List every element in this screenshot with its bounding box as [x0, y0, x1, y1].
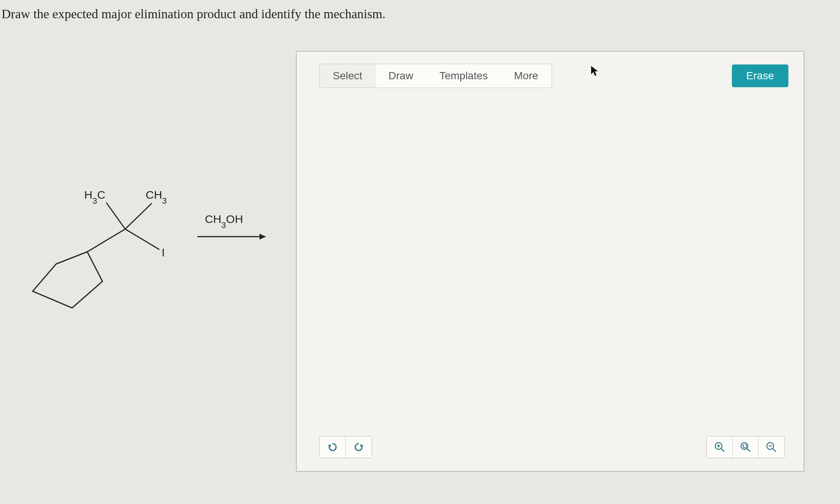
svg-line-1: [87, 229, 125, 252]
redo-button[interactable]: [346, 436, 371, 458]
history-controls: [319, 436, 372, 458]
reactant-structure: H3C CH3 I CH3OH: [0, 51, 288, 472]
editor-toolbar: Select Draw Templates More Erase: [297, 52, 804, 88]
bottom-controls: [319, 436, 785, 458]
svg-line-3: [125, 203, 152, 229]
tab-draw[interactable]: Draw: [376, 64, 426, 88]
tab-more[interactable]: More: [501, 64, 552, 88]
svg-line-14: [721, 449, 724, 452]
svg-text:CH3: CH3: [146, 188, 167, 206]
erase-button[interactable]: Erase: [732, 64, 788, 87]
svg-text:H3C: H3C: [84, 188, 105, 206]
tab-templates[interactable]: Templates: [426, 64, 501, 88]
content-area: H3C CH3 I CH3OH Select Draw Templates Mo…: [0, 28, 840, 472]
zoom-out-icon: [765, 441, 777, 453]
svg-marker-10: [260, 234, 266, 240]
redo-icon: [353, 441, 364, 453]
tab-select[interactable]: Select: [320, 64, 376, 88]
tool-tabs: Select Draw Templates More: [319, 64, 552, 88]
svg-text:I: I: [162, 246, 165, 259]
cursor-icon: [590, 65, 599, 80]
svg-line-18: [747, 449, 750, 452]
svg-marker-0: [33, 252, 102, 308]
question-prompt: Draw the expected major elimination prod…: [0, 0, 840, 28]
svg-text:CH3OH: CH3OH: [205, 213, 243, 230]
svg-line-2: [106, 203, 125, 229]
zoom-controls: [706, 436, 785, 458]
svg-line-4: [125, 229, 159, 250]
zoom-out-button[interactable]: [758, 436, 784, 458]
zoom-reset-button[interactable]: [733, 436, 758, 458]
undo-icon: [327, 441, 338, 453]
undo-button[interactable]: [320, 436, 346, 458]
zoom-in-button[interactable]: [707, 436, 733, 458]
zoom-reset-icon: [739, 441, 752, 453]
zoom-in-icon: [714, 441, 726, 453]
reaction-scheme: H3C CH3 I CH3OH: [15, 180, 288, 362]
drawing-editor[interactable]: Select Draw Templates More Erase: [296, 51, 804, 472]
svg-line-21: [773, 449, 776, 452]
